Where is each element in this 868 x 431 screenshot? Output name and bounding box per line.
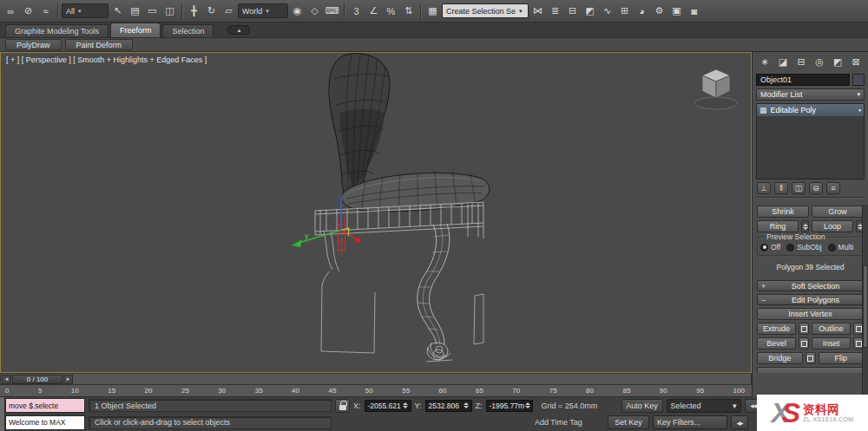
object-color-swatch[interactable]	[852, 74, 865, 86]
modifier-stack[interactable]: ▦ Editable Poly ▪	[756, 103, 865, 180]
align-icon[interactable]: ≣	[547, 3, 563, 19]
modifier-list-dropdown[interactable]: Modifier List ▾	[756, 88, 865, 101]
bridge-button[interactable]: Bridge	[757, 352, 803, 364]
remove-modifier-icon[interactable]: ⊖	[809, 182, 823, 194]
edit-polygons-rollout-header[interactable]: − Edit Polygons	[757, 294, 864, 305]
material-editor-icon[interactable]: ◕	[634, 3, 650, 19]
polydraw-panel-button[interactable]: PolyDraw	[5, 39, 62, 50]
next-frame-button[interactable]: ▸	[63, 375, 73, 384]
bevel-settings-button[interactable]	[799, 337, 809, 349]
ring-spinner[interactable]	[801, 220, 809, 232]
maxscript-listener-line2[interactable]: Welcome to MAX	[5, 415, 85, 430]
3dsmax-window: ∞⊘≈ All ▾ ↖▤▭◫ ╋↻▱ World ▾ ◉◇⌨ 3∠%⇅ ▦ Cr…	[0, 0, 868, 431]
snaps-toggle-3-icon[interactable]: 3	[348, 3, 365, 19]
schematic-view-icon[interactable]: ⊞	[616, 3, 633, 19]
spinner-snap-icon[interactable]: ⇅	[400, 3, 417, 19]
viewport-label[interactable]: [ + ] [ Perspective ] [ Smooth + Highlig…	[6, 56, 207, 64]
key-filters-button[interactable]: Key Filters...	[653, 415, 727, 429]
insert-vertex-button[interactable]: Insert Vertex	[757, 308, 864, 320]
select-and-move-icon[interactable]: ╋	[186, 3, 202, 19]
x-coord-field[interactable]: -2055.621	[365, 400, 411, 412]
x-spinner[interactable]	[402, 401, 410, 411]
soft-selection-rollout-header[interactable]: + Soft Selection	[757, 280, 864, 291]
pin-stack-icon[interactable]: ⊥	[757, 182, 771, 194]
rectangular-selection-region-icon[interactable]: ▭	[144, 3, 161, 19]
ring-button[interactable]: Ring	[757, 220, 799, 232]
track-bar[interactable]: 0510152025303540455055606570758085909510…	[0, 385, 752, 397]
bridge-settings-button[interactable]	[806, 352, 816, 364]
rendered-frame-window-icon[interactable]: ▣	[668, 3, 685, 19]
make-unique-icon[interactable]: ◫	[792, 182, 806, 194]
unlink-selection-icon[interactable]: ⊘	[20, 3, 36, 19]
selected-keyset-dropdown[interactable]: Selected ▾	[667, 399, 741, 413]
modify-tab-icon[interactable]: ◪	[775, 55, 791, 69]
playback-buttons[interactable]: ◀▶	[731, 415, 748, 429]
select-and-link-icon[interactable]: ∞	[3, 3, 19, 19]
set-key-button[interactable]: Set Key	[608, 415, 649, 429]
select-and-rotate-icon[interactable]: ↻	[203, 3, 220, 19]
edit-named-selection-sets-icon[interactable]: ▦	[424, 3, 441, 19]
hierarchy-tab-icon[interactable]: ⊟	[793, 55, 809, 69]
utilities-tab-icon[interactable]: ⊠	[848, 55, 864, 69]
loop-button[interactable]: Loop	[812, 220, 853, 232]
mirror-icon[interactable]: ⋈	[529, 3, 546, 19]
z-spinner[interactable]	[524, 401, 530, 411]
add-time-tag[interactable]: Add Time Tag	[535, 418, 604, 427]
extrude-settings-button[interactable]	[799, 323, 809, 335]
auto-key-button[interactable]: Auto Key	[621, 399, 663, 413]
select-by-name-icon[interactable]: ▤	[127, 3, 143, 19]
scrollbar-thumb[interactable]	[863, 265, 868, 348]
paint-deform-panel-button[interactable]: Paint Deform	[65, 39, 134, 50]
grow-button[interactable]: Grow	[812, 206, 864, 218]
selection-filter-dropdown[interactable]: All ▾	[62, 3, 108, 18]
selection-lock-toggle[interactable]	[335, 399, 350, 413]
tab-selection[interactable]: Selection	[162, 24, 214, 37]
tab-freeform[interactable]: Freeform	[110, 23, 161, 37]
render-production-icon[interactable]: ◙	[686, 3, 702, 19]
window-crossing-icon[interactable]: ◫	[161, 3, 178, 19]
y-coord-field[interactable]: 2532.806	[425, 400, 472, 412]
select-and-manipulate-icon[interactable]: ◇	[306, 3, 323, 19]
show-end-result-icon[interactable]: ‖	[774, 182, 788, 194]
reference-coordinate-system-dropdown[interactable]: World ▾	[238, 3, 288, 18]
shrink-button[interactable]: Shrink	[757, 206, 809, 218]
object-name-field[interactable]: Object01	[756, 74, 850, 86]
outline-button[interactable]: Outline	[812, 323, 851, 335]
percent-snap-icon[interactable]: %	[383, 3, 399, 19]
inset-button[interactable]: Inset	[812, 337, 851, 349]
graphite-toggle-icon[interactable]: ◩	[582, 3, 598, 19]
preview-subobj-radio[interactable]: SubObj	[786, 243, 821, 251]
extrude-button[interactable]: Extrude	[757, 323, 796, 335]
create-tab-icon[interactable]: ∗	[757, 55, 773, 69]
y-spinner[interactable]	[463, 401, 470, 411]
trackbar-tick-label: 65	[476, 387, 483, 395]
configure-modifier-sets-icon[interactable]: ≡	[826, 182, 840, 194]
viewcube[interactable]	[695, 69, 737, 109]
time-slider[interactable]: ◂ 0 / 100 ▸	[0, 373, 752, 385]
previous-frame-button[interactable]: ◂	[2, 375, 11, 384]
preview-multi-radio[interactable]: Multi	[828, 243, 854, 251]
display-tab-icon[interactable]: ◩	[830, 55, 845, 69]
layer-manager-icon[interactable]: ⊟	[564, 3, 581, 19]
curve-editor-icon[interactable]: ∿	[599, 3, 615, 19]
maxscript-listener-line1[interactable]: move $.selecte	[5, 398, 85, 413]
use-pivot-point-center-icon[interactable]: ◉	[289, 3, 306, 19]
flip-button[interactable]: Flip	[819, 352, 865, 364]
select-object-icon[interactable]: ↖	[109, 3, 126, 19]
stack-item-editable-poly[interactable]: ▦ Editable Poly ▪	[757, 104, 864, 116]
keyboard-shortcut-override-icon[interactable]: ⌨	[324, 3, 340, 19]
panel-scrollbar[interactable]	[862, 205, 868, 397]
tab-graphite-modeling-tools[interactable]: Graphite Modeling Tools	[5, 24, 108, 37]
perspective-viewport[interactable]: [ + ] [ Perspective ] [ Smooth + Highlig…	[0, 52, 752, 373]
preview-off-radio[interactable]: Off	[760, 243, 780, 251]
select-and-scale-icon[interactable]: ▱	[220, 3, 237, 19]
named-selection-sets-dropdown[interactable]: Create Selection Se ▾	[442, 3, 529, 18]
bind-to-space-warp-icon[interactable]: ≈	[37, 3, 54, 19]
render-setup-icon[interactable]: ⚙	[651, 3, 667, 19]
motion-tab-icon[interactable]: ◎	[812, 55, 827, 69]
bevel-button[interactable]: Bevel	[757, 337, 796, 349]
angle-snap-icon[interactable]: ∠	[365, 3, 382, 19]
z-coord-field[interactable]: -1995.77m	[486, 400, 533, 412]
time-slider-handle[interactable]: 0 / 100	[12, 375, 62, 384]
ribbon-minimize-button[interactable]: ▴	[227, 25, 250, 35]
